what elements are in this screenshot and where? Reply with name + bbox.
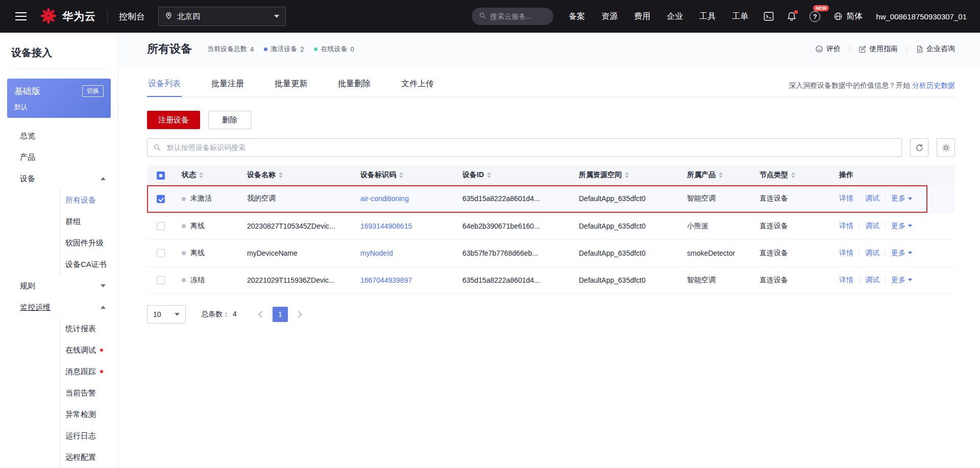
topnav-item-beian[interactable]: 备案: [569, 11, 585, 22]
cell-node-type: 直连设备: [752, 212, 832, 239]
plan-name: 基础版: [14, 85, 40, 97]
service-title: 设备接入: [11, 46, 107, 69]
topnav-item-enterprise[interactable]: 企业: [667, 11, 683, 22]
page-number[interactable]: 1: [273, 307, 288, 322]
more-link[interactable]: 更多: [891, 276, 912, 284]
device-search-input[interactable]: [147, 138, 902, 157]
huawei-cloud-brand[interactable]: 华为云: [40, 7, 96, 26]
more-link[interactable]: 更多: [891, 249, 912, 257]
enterprise-consult-button[interactable]: 企业咨询: [916, 44, 955, 54]
cloud-search[interactable]: [472, 8, 553, 25]
sidebar-item-groups[interactable]: 群组: [61, 211, 118, 232]
monitoring-submenu: 统计报表 在线调试 消息跟踪 当前告警 异常检测 运行日志 远程配置: [60, 318, 118, 468]
node-id-link[interactable]: myNodeId: [360, 249, 393, 257]
sort-icons[interactable]: [719, 172, 723, 178]
topnav-item-billing[interactable]: 费用: [634, 11, 650, 22]
debug-link[interactable]: 调试: [865, 194, 879, 202]
sidebar-item-current-alarms[interactable]: 当前告警: [61, 382, 118, 404]
switch-plan-button[interactable]: 切换: [82, 85, 104, 97]
refresh-button[interactable]: [910, 138, 928, 157]
next-page-button[interactable]: [295, 310, 302, 317]
detail-link[interactable]: 详情: [839, 194, 853, 202]
sidebar-group-rules[interactable]: 规则: [0, 275, 118, 297]
cell-device-id: 635d15a8222a8601d4...: [455, 185, 572, 212]
cell-product: 智能空调: [680, 185, 752, 212]
chevron-up-icon: [101, 177, 106, 180]
register-device-button[interactable]: 注册设备: [147, 111, 200, 129]
sidebar-item-statistics[interactable]: 统计报表: [61, 318, 118, 339]
page-header: 所有设备 当前设备总数4 激活设备2 在线设备0 评价 使用指南: [118, 33, 980, 65]
sidebar-item-remote-config[interactable]: 远程配置: [61, 447, 118, 468]
sidebar-item-overview[interactable]: 总览: [0, 125, 118, 146]
node-id-link[interactable]: 1667044939897: [360, 276, 412, 284]
sort-icons[interactable]: [399, 172, 403, 178]
sort-icons[interactable]: [625, 172, 629, 178]
sort-icons[interactable]: [199, 172, 203, 178]
sidebar-item-firmware-upgrade[interactable]: 软固件升级: [61, 232, 118, 254]
sidebar-group-monitoring[interactable]: 监控运维: [0, 297, 118, 318]
cell-node-id: air-conditioning: [353, 185, 455, 212]
sidebar-group-devices[interactable]: 设备: [0, 168, 118, 189]
sort-icons[interactable]: [791, 172, 795, 178]
table-settings-button[interactable]: [937, 138, 955, 157]
tab-batch-update[interactable]: 批量更新: [274, 75, 308, 97]
node-id-link[interactable]: air-conditioning: [360, 194, 409, 203]
node-id-link[interactable]: 1693144908615: [360, 222, 412, 230]
sidebar-item-run-logs[interactable]: 运行日志: [61, 425, 118, 447]
select-all-checkbox[interactable]: [157, 171, 165, 180]
debug-link[interactable]: 调试: [865, 276, 879, 284]
row-checkbox[interactable]: [157, 276, 165, 284]
help-icon[interactable]: ? NEW: [810, 11, 820, 22]
sidebar-item-products[interactable]: 产品: [0, 146, 118, 168]
topnav-item-tickets[interactable]: 工单: [732, 11, 748, 22]
feedback-button[interactable]: 评价: [815, 44, 841, 54]
console-link[interactable]: 控制台: [119, 11, 145, 22]
topnav-item-tools[interactable]: 工具: [699, 11, 716, 22]
cell-product: 小熊派: [680, 212, 752, 239]
debug-link[interactable]: 调试: [865, 249, 879, 257]
analyze-history-link[interactable]: 分析历史数据: [912, 81, 955, 89]
topnav-item-resources[interactable]: 资源: [601, 11, 618, 22]
detail-link[interactable]: 详情: [839, 249, 853, 257]
detail-link[interactable]: 详情: [839, 276, 853, 284]
table-header-row: 状态 设备名称 设备标识码 设备ID 所属资源空间 所属产品 节点类型 操作: [147, 165, 955, 185]
sidebar-item-device-ca-cert[interactable]: 设备CA证书: [61, 254, 118, 275]
tab-file-upload[interactable]: 文件上传: [400, 75, 435, 97]
sidebar-item-online-debug[interactable]: 在线调试: [61, 339, 118, 361]
account-menu[interactable]: hw_008618750930307_01: [876, 12, 967, 21]
row-checkbox[interactable]: [157, 222, 165, 230]
insight-banner: 深入洞察设备数据中的价值信息？开始 分析历史数据: [789, 81, 955, 97]
page-size-select[interactable]: 10: [147, 305, 186, 324]
detail-link[interactable]: 详情: [839, 221, 853, 230]
notifications-bell-icon[interactable]: [787, 11, 796, 21]
more-link[interactable]: 更多: [891, 194, 912, 202]
plan-instance: 默认: [14, 103, 104, 112]
sort-icons[interactable]: [487, 172, 491, 178]
delete-button[interactable]: 删除: [208, 111, 251, 129]
globe-icon: [834, 12, 843, 21]
sidebar-item-message-trace[interactable]: 消息跟踪: [61, 361, 118, 382]
cell-name: 20221029T115936ZDevic...: [240, 266, 353, 293]
tab-device-list[interactable]: 设备列表: [147, 75, 182, 97]
tab-batch-delete[interactable]: 批量删除: [337, 75, 372, 97]
language-switch[interactable]: 简体: [834, 11, 863, 22]
status-dot: [182, 197, 186, 201]
user-guide-button[interactable]: 使用指南: [859, 44, 898, 54]
row-checkbox[interactable]: [157, 249, 165, 257]
cell-actions: 详情调试更多: [832, 239, 955, 266]
row-checkbox[interactable]: [157, 195, 165, 203]
sidebar-item-anomaly-detection[interactable]: 异常检测: [61, 404, 118, 425]
sort-icons[interactable]: [279, 172, 283, 178]
tab-batch-register[interactable]: 批量注册: [210, 75, 245, 97]
toolbar: 注册设备 删除: [147, 111, 955, 129]
cloud-search-input[interactable]: [490, 12, 546, 20]
alert-dot: [100, 349, 103, 352]
debug-link[interactable]: 调试: [865, 221, 879, 230]
more-link[interactable]: 更多: [891, 221, 912, 230]
column-header-device-id: 设备ID: [455, 165, 572, 185]
terminal-icon[interactable]: [764, 12, 774, 21]
region-selector[interactable]: 北京四: [158, 7, 286, 26]
sidebar-item-all-devices[interactable]: 所有设备: [61, 189, 118, 211]
hamburger-menu-icon[interactable]: [13, 10, 29, 22]
prev-page-button[interactable]: [258, 310, 265, 317]
